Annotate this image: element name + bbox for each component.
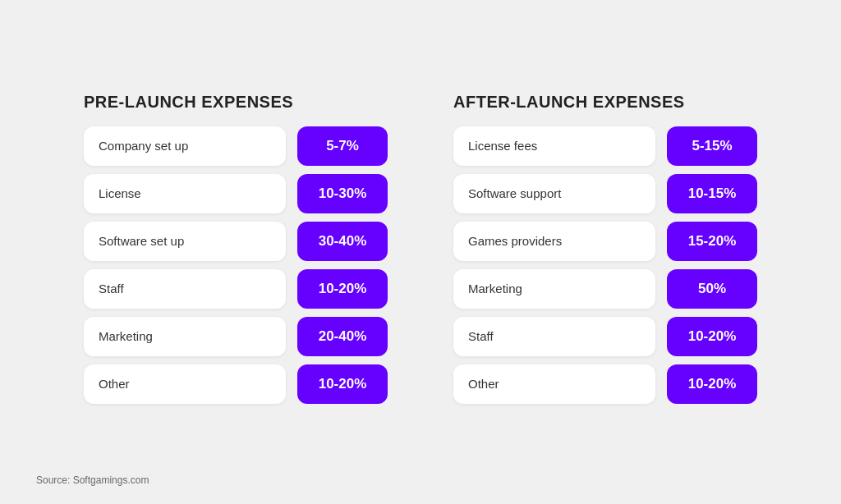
after-launch-value-1: 10-15% bbox=[667, 174, 757, 213]
after-launch-label-2: Games providers bbox=[453, 222, 655, 261]
after-launch-row: Games providers 15-20% bbox=[453, 222, 757, 261]
after-launch-label-0: License fees bbox=[453, 126, 655, 166]
after-launch-row: Other 10-20% bbox=[453, 364, 757, 404]
pre-launch-label-0: Company set up bbox=[84, 126, 286, 166]
after-launch-value-2: 15-20% bbox=[667, 222, 757, 261]
after-launch-value-5: 10-20% bbox=[667, 364, 757, 404]
pre-launch-row: Other 10-20% bbox=[84, 364, 388, 404]
pre-launch-label-5: Other bbox=[84, 364, 286, 404]
after-launch-label-1: Software support bbox=[453, 174, 655, 213]
after-launch-value-4: 10-20% bbox=[667, 317, 757, 356]
pre-launch-title: Pre-Launch Expenses bbox=[84, 93, 388, 112]
after-launch-label-4: Staff bbox=[453, 317, 655, 356]
pre-launch-label-2: Software set up bbox=[84, 222, 286, 261]
after-launch-value-3: 50% bbox=[667, 269, 757, 309]
after-launch-row: Marketing 50% bbox=[453, 269, 757, 309]
pre-launch-value-1: 10-30% bbox=[297, 174, 388, 213]
pre-launch-value-2: 30-40% bbox=[297, 222, 388, 261]
source-text: Source: Softgamings.com bbox=[36, 474, 149, 486]
pre-launch-row: Software set up 30-40% bbox=[84, 222, 388, 261]
pre-launch-value-3: 10-20% bbox=[297, 269, 388, 309]
after-launch-label-3: Marketing bbox=[453, 269, 655, 309]
main-container: Pre-Launch Expenses Company set up 5-7% … bbox=[0, 76, 841, 428]
pre-launch-value-0: 5-7% bbox=[297, 126, 388, 166]
pre-launch-value-4: 20-40% bbox=[297, 317, 388, 356]
pre-launch-row: Company set up 5-7% bbox=[84, 126, 388, 166]
pre-launch-label-3: Staff bbox=[84, 269, 286, 309]
pre-launch-row: License 10-30% bbox=[84, 174, 388, 213]
pre-launch-label-1: License bbox=[84, 174, 286, 213]
pre-launch-row: Staff 10-20% bbox=[84, 269, 388, 309]
after-launch-row: License fees 5-15% bbox=[453, 126, 757, 166]
after-launch-value-0: 5-15% bbox=[667, 126, 757, 166]
pre-launch-row: Marketing 20-40% bbox=[84, 317, 388, 356]
pre-launch-section: Pre-Launch Expenses Company set up 5-7% … bbox=[84, 93, 388, 412]
pre-launch-label-4: Marketing bbox=[84, 317, 286, 356]
after-launch-row: Software support 10-15% bbox=[453, 174, 757, 213]
after-launch-label-5: Other bbox=[453, 364, 655, 404]
after-launch-section: After-Launch Expenses License fees 5-15%… bbox=[453, 93, 757, 412]
after-launch-rows: License fees 5-15% Software support 10-1… bbox=[453, 126, 757, 412]
pre-launch-value-5: 10-20% bbox=[297, 364, 388, 404]
after-launch-title: After-Launch Expenses bbox=[453, 93, 757, 112]
pre-launch-rows: Company set up 5-7% License 10-30% Softw… bbox=[84, 126, 388, 412]
after-launch-row: Staff 10-20% bbox=[453, 317, 757, 356]
